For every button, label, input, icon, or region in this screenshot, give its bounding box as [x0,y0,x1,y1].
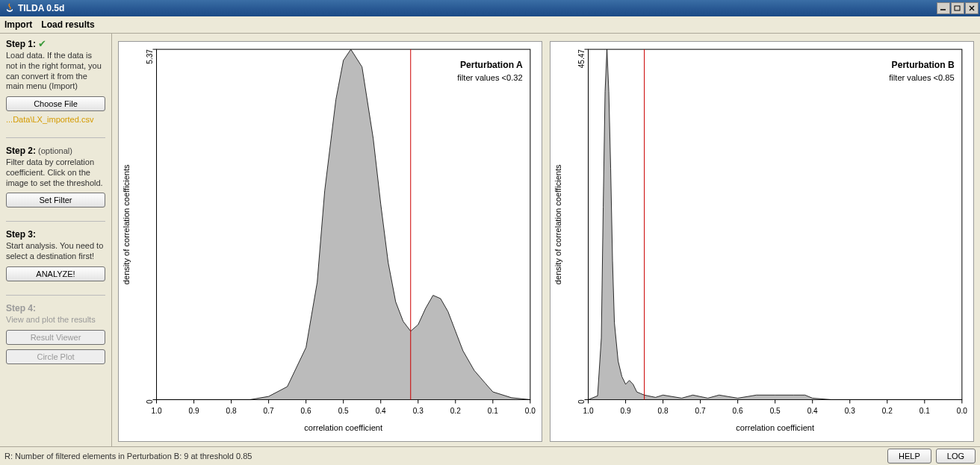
window-title: TILDA 0.5d [18,3,64,13]
svg-text:1.0: 1.0 [583,407,594,415]
close-button[interactable] [965,2,979,14]
step-3-title: Step 3: [6,229,36,240]
svg-text:0.4: 0.4 [807,407,818,415]
svg-text:0.6: 0.6 [733,407,743,415]
svg-text:filter values <0.32: filter values <0.32 [457,73,522,82]
svg-text:correlation coefficient: correlation coefficient [736,423,814,432]
svg-text:0: 0 [577,399,586,404]
chart-perturbation-b[interactable]: 1.00.90.80.70.60.50.40.30.20.10.0045.47c… [550,41,974,442]
svg-text:0.8: 0.8 [226,407,237,415]
loaded-file-name: ...Data\LX_imported.csv [6,115,105,124]
svg-text:0.5: 0.5 [338,407,349,415]
svg-text:0.3: 0.3 [845,407,855,415]
svg-text:0.1: 0.1 [488,407,498,415]
step-2: Step 2: (optional) Filter data by correl… [6,146,105,207]
step-2-text: Filter data by correlation coefficient. … [6,157,105,188]
step-1-text: Load data. If the data is not in the rig… [6,51,105,92]
svg-text:0.9: 0.9 [621,407,631,415]
set-filter-button[interactable]: Set Filter [6,193,105,207]
divider [6,137,105,138]
chart-perturbation-a[interactable]: 1.00.90.80.70.60.50.40.30.20.10.005.37co… [118,41,542,442]
svg-text:0.6: 0.6 [301,407,311,415]
window-controls [937,2,979,14]
svg-text:Perturbation A: Perturbation A [460,60,523,70]
svg-text:0.7: 0.7 [264,407,274,415]
svg-text:0.8: 0.8 [658,407,669,415]
result-viewer-button: Result Viewer [6,330,105,345]
svg-text:Perturbation B: Perturbation B [892,60,955,70]
svg-text:0.0: 0.0 [957,407,967,415]
step-4-title: Step 4: [6,303,36,313]
svg-text:0.5: 0.5 [770,407,781,415]
check-icon: ✔ [38,38,46,49]
divider [6,221,105,222]
step-2-title: Step 2: [6,146,36,156]
menu-load-results[interactable]: Load results [41,19,94,30]
svg-text:0: 0 [146,399,154,404]
charts-area: 1.00.90.80.70.60.50.40.30.20.10.005.37co… [112,34,980,446]
svg-text:0.2: 0.2 [882,407,893,415]
sidebar: Step 1: ✔ Load data. If the data is not … [0,34,112,446]
circle-plot-button: Circle Plot [6,349,105,364]
svg-text:0.0: 0.0 [525,407,536,415]
menu-bar: Import Load results [0,16,980,34]
svg-text:5.37: 5.37 [146,49,154,64]
minimize-button[interactable] [937,2,950,14]
help-button[interactable]: HELP [887,449,931,464]
status-message: R: Number of filtered elements in Pertur… [4,452,252,461]
maximize-button[interactable] [951,2,964,14]
title-bar: TILDA 0.5d [0,0,980,16]
step-1-title: Step 1: [6,39,36,49]
svg-rect-1 [955,6,960,10]
analyze-button[interactable]: ANALYZE! [6,266,105,281]
svg-text:density of correlation coeffic: density of correlation coefficients [122,164,131,284]
step-1: Step 1: ✔ Load data. If the data is not … [6,38,105,124]
step-4: Step 4: View and plot the results Result… [6,303,105,364]
svg-text:0.3: 0.3 [413,407,424,415]
menu-import[interactable]: Import [4,19,32,30]
choose-file-button[interactable]: Choose File [6,96,105,111]
svg-text:filter values <0.85: filter values <0.85 [889,73,954,82]
step-3-text: Start analysis. You need to select a des… [6,241,105,262]
svg-text:correlation coefficient: correlation coefficient [304,423,382,432]
step-2-optional: (optional) [38,146,72,155]
java-icon [4,3,15,13]
svg-text:1.0: 1.0 [152,407,162,415]
svg-text:density of correlation coeffic: density of correlation coefficients [553,164,562,284]
svg-text:0.9: 0.9 [189,407,199,415]
svg-text:0.4: 0.4 [376,407,386,415]
svg-text:0.7: 0.7 [695,407,706,415]
log-button[interactable]: LOG [936,449,976,464]
step-3: Step 3: Start analysis. You need to sele… [6,229,105,281]
divider [6,295,105,296]
svg-text:45.47: 45.47 [577,49,586,69]
status-bar: R: Number of filtered elements in Pertur… [0,446,980,465]
svg-text:0.1: 0.1 [919,407,930,415]
step-4-text: View and plot the results [6,315,105,325]
svg-text:0.2: 0.2 [450,407,461,415]
